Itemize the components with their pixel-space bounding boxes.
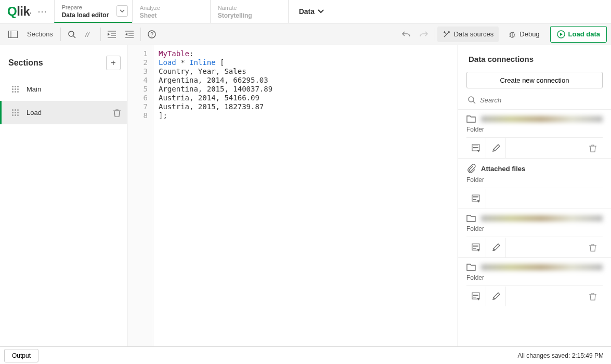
connection-name <box>481 215 603 222</box>
folder-icon <box>466 263 481 271</box>
connections-panel: Data connections Create new connection F… <box>458 45 611 346</box>
svg-rect-0 <box>9 31 18 37</box>
code-content[interactable]: MyTable:Load * Inline [Country, Year, Sa… <box>153 45 458 346</box>
svg-point-2 <box>69 31 74 36</box>
nav-tabs: Prepare Data load editor Analyze Sheet N… <box>54 0 334 23</box>
section-name: Load <box>27 109 113 116</box>
svg-line-25 <box>473 101 475 103</box>
connection-item: Attached files Folder <box>458 158 611 209</box>
connection-type: Folder <box>466 225 603 232</box>
data-dropdown[interactable]: Data <box>288 0 334 23</box>
help-icon[interactable]: ? <box>144 27 160 42</box>
search-icon[interactable] <box>64 27 80 42</box>
connection-name: Attached files <box>481 165 525 173</box>
folder-icon <box>466 214 481 222</box>
main-area: Sections + Main Load 12345678 MyTable:Lo… <box>0 45 611 346</box>
tab-small-label: Prepare <box>62 4 125 10</box>
svg-text://: // <box>85 31 90 38</box>
sections-toggle[interactable]: Sections <box>23 27 57 42</box>
connection-item: Folder <box>458 209 611 257</box>
redo-icon[interactable] <box>416 27 432 42</box>
sections-panel: Sections + Main Load <box>0 45 127 346</box>
connection-type: Folder <box>466 274 603 281</box>
folder-icon <box>466 115 481 123</box>
drag-handle-icon[interactable] <box>12 109 19 116</box>
data-dropdown-label: Data <box>299 7 315 16</box>
sections-title: Sections <box>8 58 43 68</box>
code-editor[interactable]: 12345678 MyTable:Load * Inline [Country,… <box>127 45 458 346</box>
svg-text:?: ? <box>150 32 153 37</box>
svg-rect-36 <box>473 246 478 247</box>
connection-name <box>481 264 603 270</box>
connections-title: Data connections <box>458 45 611 69</box>
svg-rect-41 <box>473 297 476 297</box>
section-name: Main <box>27 85 121 93</box>
connection-type: Folder <box>466 126 603 133</box>
create-connection-button[interactable]: Create new connection <box>466 72 603 88</box>
output-button[interactable]: Output <box>4 349 38 362</box>
add-section-button[interactable]: + <box>106 56 121 70</box>
svg-rect-32 <box>473 198 478 198</box>
select-data-icon[interactable] <box>466 238 486 257</box>
svg-line-19 <box>509 36 510 36</box>
comment-icon[interactable]: // <box>82 27 97 42</box>
debug-label: Debug <box>519 30 539 38</box>
debug-button[interactable]: Debug <box>503 27 544 42</box>
section-item[interactable]: Main <box>0 77 127 101</box>
data-sources-button[interactable]: Data sources <box>437 27 499 42</box>
tab-analyze[interactable]: Analyze Sheet <box>132 0 210 23</box>
connection-search[interactable] <box>458 94 611 109</box>
svg-rect-28 <box>473 147 478 148</box>
svg-rect-27 <box>473 146 478 146</box>
panel-toggle-icon[interactable] <box>5 27 21 42</box>
undo-icon[interactable] <box>398 27 414 42</box>
edit-connection-icon[interactable] <box>486 138 506 158</box>
delete-connection-icon[interactable] <box>583 138 603 158</box>
load-data-label: Load data <box>568 30 600 38</box>
logo-area: Qlik. ⋯ <box>0 0 54 23</box>
search-icon <box>467 96 476 104</box>
indent-icon[interactable] <box>104 27 120 42</box>
section-item[interactable]: Load <box>0 101 127 124</box>
connection-search-input[interactable] <box>480 96 602 104</box>
select-data-icon[interactable] <box>466 287 486 306</box>
load-data-button[interactable]: Load data <box>550 26 607 43</box>
edit-connection-icon[interactable] <box>486 287 506 306</box>
toolbar: Sections // ? Data sources Debug <box>0 23 611 45</box>
tab-main-label: Storytelling <box>218 12 281 19</box>
more-menu-icon[interactable]: ⋯ <box>37 6 47 17</box>
svg-rect-37 <box>473 248 476 249</box>
line-gutter: 12345678 <box>127 45 153 346</box>
svg-rect-33 <box>473 199 476 200</box>
svg-rect-39 <box>473 294 478 294</box>
connection-item: Folder <box>458 257 611 306</box>
delete-section-icon[interactable] <box>113 109 121 117</box>
connection-item: Folder <box>458 109 611 158</box>
saved-status: All changes saved: 2:15:49 PM <box>518 352 604 359</box>
qlik-logo: Qlik. <box>7 4 31 19</box>
tab-small-label: Narrate <box>218 5 281 11</box>
edit-connection-icon[interactable] <box>486 238 506 257</box>
data-sources-label: Data sources <box>454 30 494 38</box>
svg-point-24 <box>469 97 474 102</box>
tab-prepare[interactable]: Prepare Data load editor <box>54 0 132 23</box>
outdent-icon[interactable] <box>122 27 137 42</box>
svg-line-3 <box>73 36 75 38</box>
select-data-icon[interactable] <box>466 189 486 209</box>
svg-rect-35 <box>473 245 478 245</box>
svg-line-20 <box>514 36 515 36</box>
topbar: Qlik. ⋯ Prepare Data load editor Analyze… <box>0 0 611 23</box>
connection-name <box>481 116 603 122</box>
select-data-icon[interactable] <box>466 138 486 158</box>
delete-connection-icon[interactable] <box>583 238 603 257</box>
svg-rect-31 <box>473 196 478 197</box>
tab-small-label: Analyze <box>140 5 203 11</box>
tab-main-label: Data load editor <box>62 11 125 19</box>
delete-connection-icon[interactable] <box>583 287 603 306</box>
tab-main-label: Sheet <box>140 12 203 19</box>
tab-narrate[interactable]: Narrate Storytelling <box>210 0 288 23</box>
clip-icon <box>466 164 481 173</box>
svg-rect-40 <box>473 295 478 296</box>
drag-handle-icon[interactable] <box>12 86 19 93</box>
tab-dropdown-icon[interactable] <box>116 5 128 17</box>
